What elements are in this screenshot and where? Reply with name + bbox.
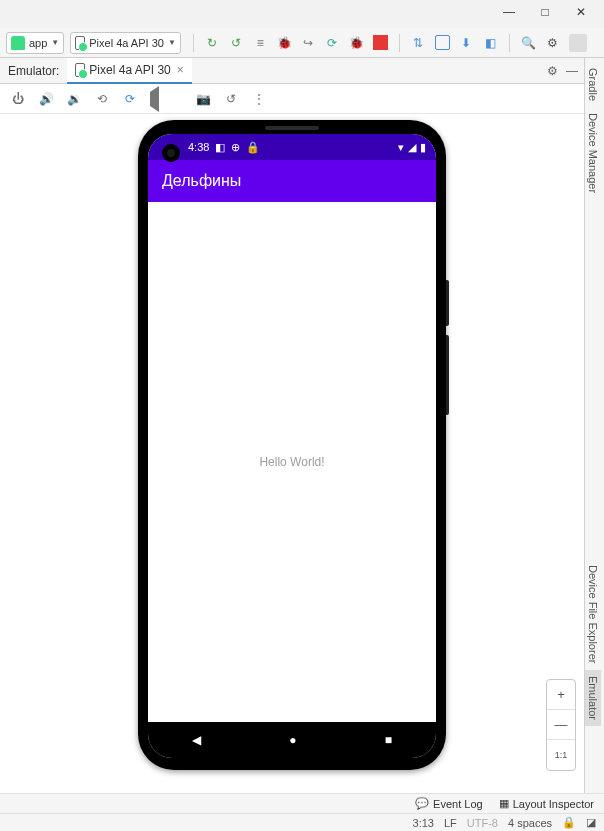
line-separator[interactable]: LF <box>444 817 457 829</box>
avd-manager-button[interactable] <box>435 35 450 50</box>
snapshot-button[interactable]: ↺ <box>223 91 239 107</box>
chevron-down-icon: ▼ <box>168 38 176 47</box>
wifi-icon: ▾ <box>398 141 404 154</box>
rotate-left-button[interactable]: ⟲ <box>94 91 110 107</box>
zoom-panel: + — 1:1 <box>546 679 576 771</box>
stop-button[interactable] <box>373 35 388 50</box>
tool-hide-button[interactable]: — <box>566 64 578 78</box>
layout-inspector-label: Layout Inspector <box>513 798 594 810</box>
window-maximize-button[interactable]: □ <box>538 4 552 20</box>
device-combo-label: Pixel 4a API 30 <box>89 37 164 49</box>
nav-overview-button[interactable]: ■ <box>385 733 392 747</box>
status-time: 4:38 <box>188 141 209 153</box>
event-log-button[interactable]: 💬 Event Log <box>415 797 483 810</box>
caret-position[interactable]: 3:13 <box>413 817 434 829</box>
device-manager-tool-button[interactable]: Device Manager <box>585 107 601 199</box>
sdk-manager-button[interactable]: ⬇ <box>459 35 474 50</box>
indent-setting[interactable]: 4 spaces <box>508 817 552 829</box>
main-toolbar: app ▼ Pixel 4a API 30 ▼ ↻ ↺ ≡ 🐞 ↪ ⟳ 🐞 ⇅ … <box>0 28 604 58</box>
device-combo[interactable]: Pixel 4a API 30 ▼ <box>70 32 181 54</box>
app-bar: Дельфины <box>148 160 436 202</box>
status-icon: ⊕ <box>231 141 240 154</box>
debug-button[interactable]: 🐞 <box>277 35 292 50</box>
status-bar: 4:38 ◧ ⊕ 🔒 ▾ ◢ ▮ <box>148 134 436 160</box>
layout-inspector-icon: ▦ <box>499 797 509 810</box>
nav-back-button[interactable]: ◀ <box>192 733 201 747</box>
back-button[interactable] <box>150 92 159 106</box>
rerun-button[interactable]: ↺ <box>229 35 244 50</box>
side-key <box>446 280 449 326</box>
volume-down-button[interactable]: 🔉 <box>66 91 82 107</box>
right-tool-strip: Gradle Device Manager Device File Explor… <box>584 58 604 799</box>
search-button[interactable]: 🔍 <box>521 35 536 50</box>
battery-icon: ▮ <box>420 141 426 154</box>
device-screen[interactable]: 4:38 ◧ ⊕ 🔒 ▾ ◢ ▮ Дельфины Hello World! ◀… <box>148 134 436 758</box>
screenshot-button[interactable]: 📷 <box>195 91 211 107</box>
device-file-explorer-tool-button[interactable]: Device File Explorer <box>585 559 601 669</box>
bottom-tool-strip: 💬 Event Log ▦ Layout Inspector <box>0 793 604 813</box>
emulator-tabs-label: Emulator: <box>8 64 59 78</box>
close-tab-button[interactable]: × <box>177 63 184 77</box>
profile-button[interactable]: ≡ <box>253 35 268 50</box>
app-content: Hello World! <box>148 202 436 722</box>
run-config-combo[interactable]: app ▼ <box>6 32 64 54</box>
nav-home-button[interactable]: ● <box>289 733 296 747</box>
run-config-label: app <box>29 37 47 49</box>
emulator-tab[interactable]: Pixel 4a API 30 × <box>67 58 191 84</box>
side-key <box>446 335 449 415</box>
profiler-button[interactable]: ⟳ <box>325 35 340 50</box>
volume-up-button[interactable]: 🔊 <box>38 91 54 107</box>
sync-button[interactable]: ⇅ <box>411 35 426 50</box>
app-title: Дельфины <box>162 172 241 190</box>
status-icon: ◧ <box>215 141 225 154</box>
coverage-button[interactable]: ↪ <box>301 35 316 50</box>
layout-inspector-button[interactable]: ▦ Layout Inspector <box>499 797 594 810</box>
camera-punch-hole <box>162 144 180 162</box>
attach-debugger-button[interactable]: 🐞 <box>349 35 364 50</box>
speaker-slot <box>265 126 319 130</box>
event-log-label: Event Log <box>433 798 483 810</box>
emulator-tab-label: Pixel 4a API 30 <box>89 63 170 77</box>
status-bar: 3:13 LF UTF-8 4 spaces 🔒 ◪ <box>0 813 604 831</box>
tool-window-tabs: Emulator: Pixel 4a API 30 × ⚙ — <box>0 58 584 84</box>
readonly-lock-icon[interactable]: 🔒 <box>562 816 576 829</box>
android-app-icon <box>11 36 25 50</box>
hello-world-text: Hello World! <box>259 455 324 469</box>
resource-manager-button[interactable]: ◧ <box>483 35 498 50</box>
tool-settings-button[interactable]: ⚙ <box>547 64 558 78</box>
zoom-fit-button[interactable]: 1:1 <box>547 740 575 770</box>
user-avatar[interactable] <box>569 34 587 52</box>
chevron-down-icon: ▼ <box>51 38 59 47</box>
settings-button[interactable]: ⚙ <box>545 35 560 50</box>
rotate-right-button[interactable]: ⟳ <box>122 91 138 107</box>
emulator-toolbar: ⏻ 🔊 🔉 ⟲ ⟳ 📷 ↺ ⋮ <box>0 84 584 114</box>
run-button[interactable]: ↻ <box>205 35 220 50</box>
power-button[interactable]: ⏻ <box>10 91 26 107</box>
emulator-tool-button[interactable]: Emulator <box>585 670 601 726</box>
gradle-tool-button[interactable]: Gradle <box>585 62 601 107</box>
signal-icon: ◢ <box>408 141 416 154</box>
more-button[interactable]: ⋮ <box>251 91 267 107</box>
status-icon: 🔒 <box>246 141 260 154</box>
device-icon <box>75 63 85 77</box>
navigation-bar: ◀ ● ■ <box>148 722 436 758</box>
zoom-in-button[interactable]: + <box>547 680 575 710</box>
window-minimize-button[interactable]: — <box>502 4 516 20</box>
phone-frame: 4:38 ◧ ⊕ 🔒 ▾ ◢ ▮ Дельфины Hello World! ◀… <box>138 120 446 770</box>
zoom-out-button[interactable]: — <box>547 710 575 740</box>
inspection-icon[interactable]: ◪ <box>586 816 596 829</box>
event-log-icon: 💬 <box>415 797 429 810</box>
file-encoding[interactable]: UTF-8 <box>467 817 498 829</box>
device-icon <box>75 36 85 50</box>
emulator-canvas: 4:38 ◧ ⊕ 🔒 ▾ ◢ ▮ Дельфины Hello World! ◀… <box>0 114 584 799</box>
window-close-button[interactable]: ✕ <box>574 4 588 20</box>
